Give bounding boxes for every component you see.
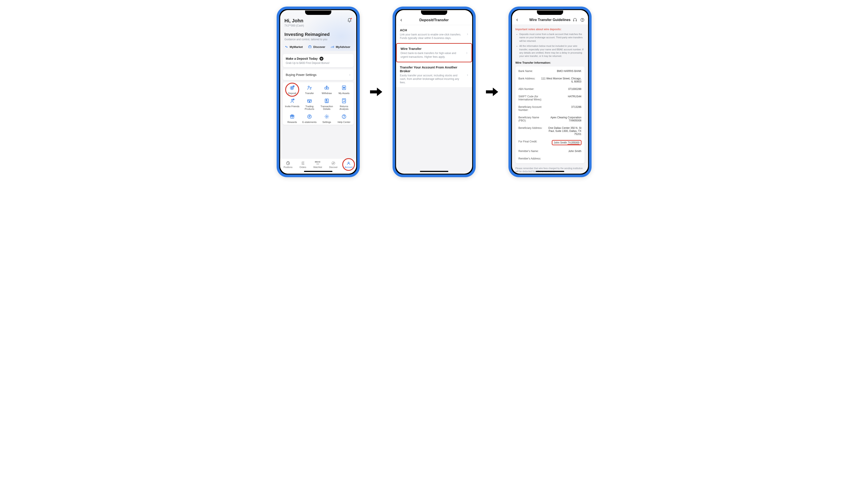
back-button[interactable] bbox=[400, 18, 403, 22]
wire-info-card: Bank Name:BMO HARRIS BANK Bank Address:1… bbox=[516, 66, 585, 163]
help-icon[interactable] bbox=[580, 18, 585, 22]
tab-watchlist[interactable]: BBAE 〰 Watchlist bbox=[313, 161, 322, 168]
grid-returns[interactable]: Returns Analysis bbox=[335, 98, 353, 110]
footer-note: Please remember that wire fees charged b… bbox=[516, 167, 585, 173]
row-remitter-name: Remitter's Name:John Smith bbox=[518, 147, 581, 155]
flow-arrow-icon bbox=[369, 84, 384, 100]
help-icon bbox=[341, 114, 347, 120]
greeting: Hi, John bbox=[285, 18, 304, 24]
tagline-sub: Guidance and control, tailored to you bbox=[285, 38, 352, 41]
row-final-credit: For Final Credit: John Smith 7XJ05000 bbox=[518, 138, 581, 147]
estatements-icon bbox=[307, 114, 312, 120]
tab-orders[interactable]: Orders bbox=[300, 161, 307, 168]
back-button[interactable] bbox=[516, 18, 519, 22]
grid-trading-products[interactable]: $ Trading Products bbox=[301, 98, 318, 110]
grid-settings[interactable]: Settings bbox=[318, 114, 335, 123]
invite-icon bbox=[289, 98, 295, 104]
grid-withdraw[interactable]: Withdraw bbox=[318, 85, 335, 94]
svg-point-6 bbox=[308, 86, 310, 88]
chevron-right-icon: › bbox=[349, 72, 351, 77]
quick-mymarket[interactable]: MyMarket bbox=[285, 45, 303, 49]
market-icon bbox=[285, 45, 288, 49]
row-beneficiary-addr: Beneficiary Address:One Dallas Center 35… bbox=[518, 124, 581, 138]
svg-point-31 bbox=[582, 21, 582, 21]
discover-icon bbox=[308, 45, 312, 49]
grid-transfer[interactable]: Transfer bbox=[301, 85, 318, 94]
svg-rect-28 bbox=[573, 20, 574, 21]
svg-point-8 bbox=[326, 88, 327, 89]
page-title: Deposit/Transfer bbox=[419, 18, 448, 22]
advisor-icon bbox=[330, 45, 334, 49]
account-mask: 7XJ**000 (Cash) bbox=[285, 24, 304, 27]
svg-point-27 bbox=[348, 162, 349, 163]
svg-text:$: $ bbox=[343, 87, 344, 89]
returns-icon bbox=[341, 98, 347, 104]
orders-icon bbox=[300, 161, 305, 166]
row-bank-name: Bank Name:BMO HARRIS BANK bbox=[518, 68, 581, 75]
transfer-icon bbox=[307, 85, 312, 91]
tab-positions[interactable]: Positions bbox=[283, 161, 293, 168]
withdraw-icon bbox=[324, 85, 330, 91]
grid-myassets[interactable]: $ My Assets bbox=[335, 85, 353, 94]
row-swift: SWIFT Code (for International Wires):HAT… bbox=[518, 93, 581, 103]
transaction-icon: $ bbox=[324, 98, 330, 104]
chevron-right-icon: › bbox=[467, 73, 468, 77]
chevron-right-icon: › bbox=[466, 51, 467, 55]
tab-bar: Positions Orders BBAE 〰 Watchlist Discov… bbox=[280, 158, 356, 174]
svg-rect-2 bbox=[309, 46, 311, 48]
rewards-icon bbox=[289, 114, 295, 120]
phone-deposit-transfer: Deposit/Transfer ACH Link your bank acco… bbox=[393, 7, 476, 177]
svg-text:$: $ bbox=[309, 101, 310, 103]
grid-deposit[interactable]: $ Deposit bbox=[283, 85, 301, 94]
action-grid: $ Deposit Transfer Withdraw $ My Assets … bbox=[283, 82, 354, 125]
grid-estatements[interactable]: E-statements bbox=[301, 114, 318, 123]
chevron-right-icon: › bbox=[467, 32, 468, 36]
header: Wire Transfer Guidelines bbox=[512, 10, 588, 25]
svg-point-21 bbox=[308, 115, 311, 119]
flow-arrow-icon bbox=[484, 84, 500, 100]
tab-discover[interactable]: Discover bbox=[329, 161, 338, 168]
page-title: Wire Transfer Guidelines bbox=[529, 18, 570, 22]
svg-point-12 bbox=[291, 99, 293, 101]
promo-banner[interactable]: Make a Deposit Today ➔ Grab Up to $400 F… bbox=[283, 54, 354, 67]
grid-transaction-details[interactable]: $ Transaction Details bbox=[318, 98, 335, 110]
important-notes-heading: Important notes about wire deposits: bbox=[516, 28, 585, 31]
account-icon bbox=[346, 161, 351, 166]
grid-rewards[interactable]: Rewards bbox=[283, 114, 301, 123]
quick-myadvisor[interactable]: MyAdvisor bbox=[330, 45, 350, 49]
row-beneficiary-acct: Beneficiary Account Number:3713286 bbox=[518, 103, 581, 114]
notes-list: Deposits must come from a bank account t… bbox=[516, 33, 585, 58]
tagline: Investing Reimagined bbox=[285, 32, 352, 37]
products-icon: $ bbox=[307, 98, 312, 104]
row-bank-address: Bank Address:111 West Monroe Street, Chi… bbox=[518, 75, 581, 85]
row-remitter-addr: Remitter's Address: bbox=[518, 155, 581, 162]
notifications-bell-icon[interactable] bbox=[347, 18, 352, 23]
svg-rect-7 bbox=[325, 87, 329, 89]
row-beneficiary-name: Beneficiary Name (FBO):Apex Clearing Cor… bbox=[518, 114, 581, 124]
grid-invite[interactable]: Invite Friends bbox=[283, 98, 301, 110]
settings-icon bbox=[324, 114, 330, 120]
discover-tab-icon bbox=[331, 161, 336, 166]
item-transfer-broker[interactable]: Transfer Your Account From Another Broke… bbox=[396, 62, 472, 88]
svg-text:$: $ bbox=[291, 86, 293, 89]
section-heading: Wire Transfer Information: bbox=[516, 61, 585, 64]
watchlist-icon: BBAE 〰 bbox=[316, 161, 320, 166]
svg-point-0 bbox=[285, 46, 286, 47]
item-wire-transfer[interactable]: Wire Transfer Direct bank-to-bank transf… bbox=[396, 43, 472, 62]
svg-rect-29 bbox=[576, 20, 577, 21]
positions-icon bbox=[286, 161, 290, 166]
annotation-highlight-box: John Smith 7XJ05000 bbox=[552, 140, 581, 145]
svg-text:$: $ bbox=[326, 99, 327, 101]
support-headset-icon[interactable] bbox=[573, 18, 577, 22]
phone-wire-guidelines: Wire Transfer Guidelines Important notes… bbox=[508, 7, 591, 177]
header: Deposit/Transfer bbox=[396, 10, 472, 25]
item-ach[interactable]: ACH Link your bank account to enable one… bbox=[396, 25, 472, 43]
deposit-icon: $ bbox=[289, 85, 295, 91]
arrow-right-icon: ➔ bbox=[320, 56, 323, 61]
tab-account[interactable]: Account bbox=[345, 161, 352, 168]
buying-power-link[interactable]: Buying Power Settings › bbox=[283, 69, 354, 80]
phone-account-home: Hi, John 7XJ**000 (Cash) Investing Reima… bbox=[277, 7, 360, 177]
row-aba: ABA Number:071000288 bbox=[518, 85, 581, 93]
grid-help[interactable]: Help Center bbox=[335, 114, 353, 123]
quick-discover[interactable]: Discover bbox=[308, 45, 325, 49]
